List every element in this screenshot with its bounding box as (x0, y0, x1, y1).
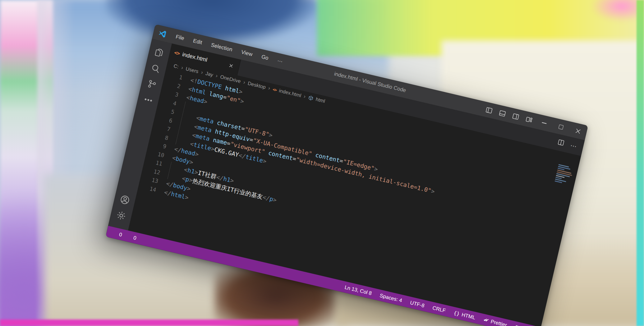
menu-view[interactable]: View (236, 46, 258, 60)
warning-icon (125, 233, 132, 240)
desktop: File Edit Selection View Go ⋯ index.html… (0, 0, 644, 326)
menu-file[interactable]: File (170, 31, 190, 44)
split-editor-icon[interactable] (556, 138, 565, 148)
settings-gear-icon[interactable] (112, 206, 130, 225)
menu-edit[interactable]: Edit (187, 35, 208, 49)
tab-close-icon[interactable] (227, 61, 236, 70)
breadcrumb-separator: › (215, 73, 218, 79)
error-icon (111, 230, 118, 236)
more-actions-icon[interactable]: ⋯ (570, 142, 578, 150)
background-magenta-stripe (0, 319, 298, 326)
background-left-fade (37, 0, 75, 326)
breadcrumb-desktop[interactable]: Desktop (247, 80, 266, 90)
warning-count: 0 (133, 235, 137, 241)
breadcrumb-users[interactable]: Users (185, 66, 199, 74)
menu-overflow-icon[interactable]: ⋯ (272, 55, 288, 67)
background-right-sliver (637, 0, 644, 326)
feedback-icon[interactable] (514, 324, 522, 326)
menu-go[interactable]: Go (256, 51, 274, 64)
background-left-gradient-strip (0, 0, 53, 326)
background-purple-corner (0, 193, 124, 326)
error-count: 0 (119, 231, 123, 238)
breadcrumb-separator: › (243, 79, 246, 86)
breadcrumb-separator: › (303, 93, 306, 100)
html-file-icon: <> (272, 87, 277, 92)
breadcrumb-drive[interactable]: C: (173, 63, 179, 70)
encoding[interactable]: UTF-8 (410, 300, 425, 309)
html-file-icon: <> (174, 49, 180, 57)
breadcrumb-separator: › (200, 69, 204, 76)
tab-label: index.html (182, 51, 208, 63)
braces-icon: {} (453, 310, 460, 317)
breadcrumb-separator: › (181, 65, 184, 71)
background-green-yellow-band (317, 0, 644, 56)
double-check-icon: ✔✔ (483, 317, 488, 323)
vscode-logo-icon (157, 29, 167, 39)
background-mountain (106, 0, 317, 44)
breadcrumb-symbol[interactable]: html (315, 96, 326, 104)
vscode-window: File Edit Selection View Go ⋯ index.html… (106, 24, 588, 326)
breadcrumb-separator: › (268, 85, 271, 92)
background-pink-corner (591, 0, 644, 22)
html-symbol-cube-icon (308, 95, 314, 101)
language-mode[interactable]: {} HTML (453, 310, 476, 320)
more-views-icon[interactable] (139, 90, 158, 109)
breadcrumb-jay[interactable]: Jay (205, 71, 214, 78)
eol-sequence[interactable]: CRLF (432, 305, 446, 313)
